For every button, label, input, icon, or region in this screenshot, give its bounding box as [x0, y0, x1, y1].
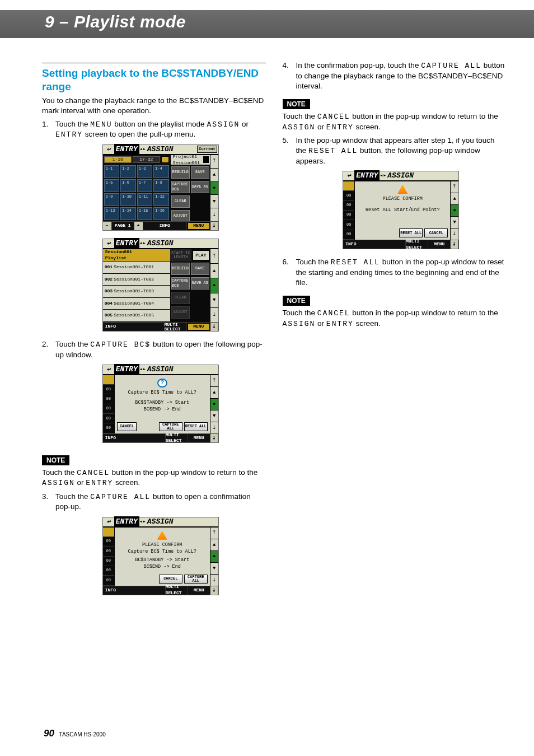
info-button[interactable]: INFO	[103, 586, 166, 595]
page-plus[interactable]: +	[134, 222, 143, 230]
assign-cell[interactable]: 1-14	[120, 207, 136, 220]
assign-cell[interactable]: 1-10	[120, 193, 136, 206]
scroll-bottom-icon[interactable]: ⤓	[451, 228, 458, 240]
info-button[interactable]: INFO	[103, 434, 166, 442]
menu-rebuild[interactable]: REBUILD	[171, 263, 190, 275]
tab-1-16[interactable]: 1-16	[104, 156, 132, 163]
scroll-track[interactable]: ●	[210, 182, 218, 195]
scroll-track[interactable]: ●	[210, 399, 218, 410]
scroll-bottom-icon[interactable]: ⤓	[210, 575, 218, 586]
scroll-down-icon[interactable]: ▼	[210, 195, 218, 208]
popup-capture-all-button[interactable]: CAPTURE ALL	[184, 575, 208, 584]
scroll-top-icon[interactable]: ⤒	[451, 181, 458, 193]
scroll-top-icon[interactable]: ⤒	[210, 375, 218, 387]
assign-cell[interactable]: 1-3	[137, 165, 153, 178]
assign-cell[interactable]: 1-2	[120, 165, 136, 178]
menu-adjust[interactable]: ADJUST	[171, 210, 190, 222]
list-item[interactable]: 003Session001-T003	[103, 286, 170, 298]
scroll-up-icon[interactable]: ▲	[210, 264, 218, 278]
assign-cell[interactable]: 1-8	[153, 179, 169, 192]
strip-cell: 00	[103, 557, 114, 566]
side-scroll-strip: ⤒ ▲ ● ▼ ⤓	[210, 375, 218, 433]
scroll-up-icon[interactable]: ▲	[210, 539, 218, 551]
multi-select-button[interactable]: MULTI SELECT	[406, 240, 428, 249]
scroll-bottom-corner-icon[interactable]: ⤓	[210, 323, 218, 331]
scroll-down-icon[interactable]: ▼	[451, 217, 458, 228]
list-item[interactable]: 004Session001-T004	[103, 298, 170, 310]
info-button[interactable]: INFO	[143, 222, 187, 230]
scroll-top-icon[interactable]: ⤒	[210, 528, 218, 539]
assign-cell[interactable]: 1-15	[137, 207, 153, 220]
menu-save[interactable]: SAVE	[191, 166, 209, 179]
multi-select-button[interactable]: MULTI SELECT	[165, 323, 187, 331]
crumb-entry: ENTRY	[354, 170, 380, 181]
assign-cell[interactable]: 1-11	[137, 193, 153, 206]
menu-capture-bc[interactable]: CAPTURE BC$	[171, 277, 190, 290]
scroll-track[interactable]: ●	[210, 278, 218, 293]
menu-button[interactable]: MENU	[188, 222, 210, 230]
play-button[interactable]: PLAY	[193, 250, 209, 260]
multi-select-button[interactable]: MULTI SELECT	[166, 434, 188, 442]
list-item[interactable]: 005Session001-T005	[103, 310, 170, 322]
scroll-bottom-corner-icon[interactable]: ⤓	[451, 240, 458, 249]
folder-icon[interactable]	[161, 156, 169, 163]
scroll-up-icon[interactable]: ▲	[210, 169, 218, 182]
menu-save[interactable]: SAVE	[191, 263, 209, 275]
assign-cell[interactable]: 1-12	[153, 193, 169, 206]
strip-cell: 00	[103, 414, 114, 423]
osd-entry: ENTRY	[55, 130, 83, 139]
info-button[interactable]: INFO	[103, 323, 165, 331]
scroll-up-icon[interactable]: ▲	[451, 193, 458, 205]
multi-select-button[interactable]: MULTI SELECT	[166, 586, 188, 595]
assign-cell[interactable]: 1-1	[104, 165, 120, 178]
menu-rebuild[interactable]: REBUILD	[171, 166, 190, 179]
scroll-down-icon[interactable]: ▼	[210, 563, 218, 575]
menu-button[interactable]: MENU	[428, 240, 451, 249]
assign-left-panel: 1-16 17-32 1-1 1-2 1-3 1-4 1-5 1-6	[103, 155, 170, 221]
scroll-up-icon[interactable]: ▲	[210, 387, 218, 399]
list-item[interactable]: 002Session001-T002	[103, 274, 170, 286]
info-button[interactable]: INFO	[343, 240, 406, 249]
popup-capture-all-button[interactable]: CAPTURE ALL	[159, 422, 182, 431]
menu-button[interactable]: MENU	[188, 434, 210, 442]
popup-cancel-button[interactable]: CANCEL	[117, 422, 137, 431]
scroll-bottom-icon[interactable]: ⤓	[210, 308, 218, 322]
assign-tabs: 1-16 17-32	[103, 155, 170, 164]
tab-17-32[interactable]: 17-32	[133, 156, 160, 163]
scroll-track[interactable]: ●	[210, 551, 218, 563]
strip-cell	[103, 528, 114, 537]
note-text: Touch the CANCEL button in the pop-up wi…	[283, 308, 507, 329]
scroll-top-icon[interactable]: ⤒	[210, 155, 218, 169]
scroll-track[interactable]: ●	[451, 205, 458, 217]
assign-cell[interactable]: 1-7	[137, 179, 153, 192]
popup-reset-all-button[interactable]: RESET ALL	[399, 228, 423, 237]
scroll-down-icon[interactable]: ▼	[210, 410, 218, 422]
menu-button[interactable]: MENU	[188, 323, 210, 330]
list-item[interactable]: 001Session001-T001	[103, 262, 170, 274]
assign-cell[interactable]: 1-5	[104, 179, 120, 192]
assign-cell[interactable]: 1-6	[120, 179, 136, 192]
menu-button[interactable]: MENU	[188, 586, 210, 595]
menu-save-as[interactable]: SAVE AS	[191, 181, 209, 193]
popup-cancel-button[interactable]: CANCEL	[424, 228, 448, 237]
assign-cell[interactable]: 1-4	[153, 165, 169, 178]
menu-capture-bc[interactable]: CAPTURE BC$	[171, 181, 190, 193]
popup-reset-all-button[interactable]: RESET ALL	[184, 422, 208, 431]
menu-save-as[interactable]: SAVE AS	[191, 277, 209, 290]
scroll-bottom-corner-icon[interactable]: ⤓	[210, 586, 218, 595]
page-minus[interactable]: −	[103, 222, 112, 230]
scroll-bottom-corner-icon[interactable]: ⤓	[210, 222, 218, 230]
step-number: 3.	[42, 492, 48, 502]
menu-clear[interactable]: CLEAR	[171, 195, 190, 208]
assign-cell[interactable]: 1-16	[153, 207, 169, 220]
assign-cell[interactable]: 1-9	[104, 193, 120, 206]
scroll-bottom-icon[interactable]: ⤓	[210, 208, 218, 221]
scroll-top-icon[interactable]: ⤒	[210, 249, 218, 264]
lcd-bottom-bar: INFO MULTI SELECT MENU ⤓	[103, 322, 218, 331]
assign-cell[interactable]: 1-13	[104, 207, 120, 220]
scroll-down-icon[interactable]: ▼	[210, 293, 218, 308]
lcd-body: 00 00 00 00 00 ? Capture BC$ Time to ALL…	[103, 375, 218, 433]
scroll-bottom-corner-icon[interactable]: ⤓	[210, 434, 218, 442]
scroll-bottom-icon[interactable]: ⤓	[210, 422, 218, 433]
popup-cancel-button[interactable]: CANCEL	[159, 575, 182, 584]
